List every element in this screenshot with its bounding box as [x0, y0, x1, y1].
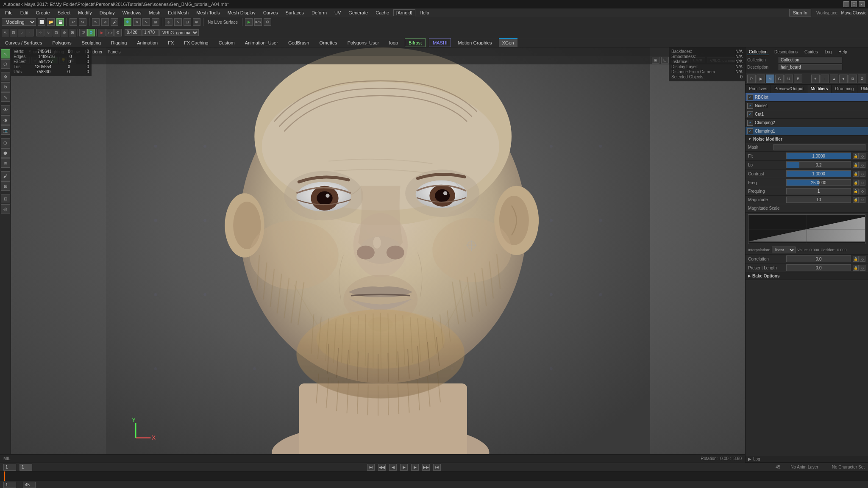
paint-select-button[interactable]: 🖌 — [111, 18, 118, 26]
modifier-clumping1[interactable]: ✓ Clumping1 — [746, 127, 868, 136]
tl-go-start[interactable]: ⏮ — [367, 464, 375, 471]
move-tool-button[interactable]: ✥ — [124, 18, 131, 26]
description-input[interactable] — [779, 64, 842, 70]
mask-input[interactable] — [773, 144, 865, 150]
tl-prev-frame[interactable]: ◀ — [389, 464, 397, 471]
modifier-cut1[interactable]: ✓ Cut1 — [746, 110, 868, 119]
render-settings-btn2[interactable]: ⚙ — [114, 29, 122, 36]
freq-slider[interactable]: 25.0000 — [786, 179, 851, 186]
menu-arnold[interactable]: [Arnold] — [393, 9, 415, 16]
tl-go-end[interactable]: ⏭ — [433, 464, 441, 471]
menu-uv[interactable]: UV — [331, 9, 344, 16]
move-up-btn[interactable]: ▲ — [830, 75, 838, 83]
snap-to-point-btn[interactable]: ⊡ — [53, 29, 60, 36]
tab-collection[interactable]: Collection — [747, 49, 769, 55]
timeline-current-frame[interactable] — [19, 464, 32, 471]
tl-step-back[interactable]: ◀◀ — [378, 464, 386, 471]
menu-mesh[interactable]: Mesh — [145, 9, 164, 16]
tab-descriptions[interactable]: Descriptions — [773, 49, 799, 55]
tl-step-fwd[interactable]: ▶▶ — [422, 464, 430, 471]
menu-deform[interactable]: Deform — [308, 9, 330, 16]
maximize-button[interactable]: □ — [851, 1, 857, 7]
tab-fx-caching[interactable]: FX Caching — [181, 38, 211, 47]
tab-godbrush[interactable]: GodBrush — [285, 38, 313, 47]
timeline-track[interactable]: 1 5 10 15 20 25 30 35 40 45 — [0, 471, 868, 481]
modifier-rbclot[interactable]: ✓ RBClot — [746, 93, 868, 102]
range-end-input[interactable] — [23, 482, 36, 488]
present-length-lock-btn[interactable]: 🔒 — [853, 265, 859, 271]
rc-tab-utilities[interactable]: Utilities — [857, 85, 868, 93]
modifier-cut1-checkbox[interactable]: ✓ — [747, 111, 753, 117]
menu-cache[interactable]: Cache — [372, 9, 392, 16]
vp-hud[interactable]: ⊡ — [661, 57, 669, 64]
tab-loop[interactable]: loop — [386, 38, 401, 47]
noise-modifier-section-header[interactable]: ▼ Noise Modifier — [746, 136, 868, 143]
tab-sculpting[interactable]: Sculpting — [78, 38, 104, 47]
menu-select[interactable]: Select — [54, 9, 74, 16]
tab-curves-surfaces[interactable]: Curves / Surfaces — [2, 38, 45, 47]
tab-xgen[interactable]: XGen — [499, 38, 517, 47]
lo-anim-btn[interactable]: ◇ — [860, 162, 865, 168]
tab-polygons[interactable]: Polygons — [49, 38, 75, 47]
range-start-input[interactable] — [3, 482, 16, 488]
scale-tool-button[interactable]: ⤡ — [142, 18, 150, 26]
tab-ornettes[interactable]: Ornettes — [316, 38, 340, 47]
menu-mesh-display[interactable]: Mesh Display — [224, 9, 259, 16]
time-value-input[interactable] — [125, 29, 142, 36]
utilities-icon-btn[interactable]: U — [785, 75, 793, 83]
history-btn[interactable]: ⏱ — [79, 29, 87, 36]
snap-point-button[interactable]: ⊡ — [184, 18, 191, 26]
tab-polygons-user[interactable]: Polygons_User — [344, 38, 383, 47]
modifier-noise1-checkbox[interactable]: ✓ — [747, 103, 753, 109]
menu-generate[interactable]: Generate — [345, 9, 371, 16]
menu-mesh-tools[interactable]: Mesh Tools — [193, 9, 223, 16]
redo-button[interactable]: ↪ — [79, 18, 86, 26]
fit-lock-btn[interactable]: 🔒 — [853, 153, 859, 159]
tab-bifrost[interactable]: Bifrost — [405, 38, 426, 47]
collection-input[interactable] — [779, 57, 842, 63]
object-button[interactable]: ○ — [18, 29, 25, 36]
menu-surfaces[interactable]: Surfaces — [282, 9, 307, 16]
rotate-tool-button[interactable]: ↻ — [133, 18, 141, 26]
timeline-start-frame[interactable] — [3, 464, 16, 471]
move-tool-left[interactable]: ✥ — [1, 72, 10, 81]
universal-tool-button[interactable]: ⊞ — [152, 18, 159, 26]
paint-tool-left[interactable]: ⬡ — [1, 59, 10, 69]
present-length-anim-btn[interactable]: ◇ — [860, 265, 865, 271]
rc-tab-modifiers[interactable]: Modifiers — [807, 85, 832, 93]
duplicate-btn[interactable]: ⧉ — [849, 75, 857, 83]
snap-surface-button[interactable]: ⊕ — [193, 18, 200, 26]
camera-left[interactable]: 📷 — [1, 125, 10, 135]
render-settings-button[interactable]: ⚙ — [264, 18, 271, 26]
render-sequence-btn[interactable]: ▷▷ — [106, 29, 114, 36]
render-button[interactable]: ▶ — [245, 18, 253, 26]
ipr-button[interactable]: IPR — [254, 18, 262, 26]
tab-custom[interactable]: Custom — [215, 38, 238, 47]
rc-tab-primitives[interactable]: Primitives — [746, 85, 771, 93]
menu-edit-mesh[interactable]: Edit Mesh — [164, 9, 192, 16]
modifier-clumping2[interactable]: ✓ Clumping2 — [746, 119, 868, 127]
undo-button[interactable]: ↩ — [70, 18, 77, 26]
magnitude-anim-btn[interactable]: ◇ — [860, 197, 865, 203]
menu-file[interactable]: File — [2, 9, 16, 16]
tl-play[interactable]: ▶ — [400, 464, 408, 471]
lattice-left[interactable]: ⊟ — [1, 194, 10, 203]
modifier-rbclot-checkbox[interactable]: ✓ — [747, 94, 753, 100]
freq-lock-btn[interactable]: 🔒 — [853, 180, 859, 186]
lo-lock-btn[interactable]: 🔒 — [853, 162, 859, 168]
menu-modify[interactable]: Modify — [75, 9, 95, 16]
save-scene-button[interactable]: 💾 — [56, 18, 64, 26]
move-down-btn[interactable]: ▼ — [839, 75, 848, 83]
fit-slider[interactable]: 1.0000 — [786, 152, 851, 159]
select-mode-button[interactable]: ↖ — [2, 29, 9, 36]
menu-windows[interactable]: Windows — [119, 9, 145, 16]
menu-create[interactable]: Create — [33, 9, 53, 16]
expressions-icon-btn[interactable]: E — [794, 75, 802, 83]
tab-log[interactable]: Log — [823, 49, 834, 55]
menu-edit[interactable]: Edit — [17, 9, 32, 16]
tab-motion-graphics[interactable]: Motion Graphics — [454, 38, 495, 47]
sign-in-button[interactable]: Sign In — [789, 9, 811, 17]
deform-left[interactable]: ≋ — [1, 158, 10, 168]
lasso-button[interactable]: ⌀ — [101, 18, 109, 26]
contrast-anim-btn[interactable]: ◇ — [860, 171, 865, 177]
